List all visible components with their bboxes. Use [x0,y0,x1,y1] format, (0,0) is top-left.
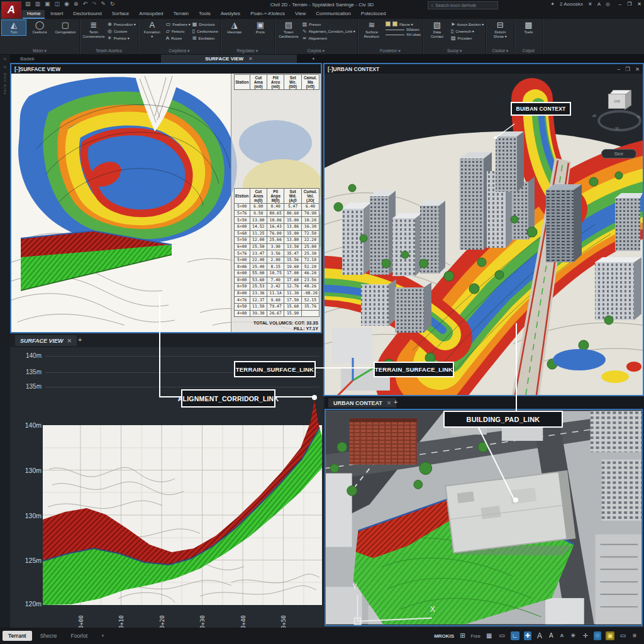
buiban-context-label[interactable]: BUIBAN CONTEXT [511,102,571,116]
ribbon-dropdown-xh-obas[interactable]: XH obas [386,33,421,36]
ribbon-group-label[interactable]: Regclalec ▾ [221,47,274,54]
add-tab-button[interactable]: + [394,398,397,406]
menu-tab-sorface[interactable]: Sorface [108,10,134,19]
workspace-gear-icon[interactable]: ✳ [569,631,577,640]
tab-urban-conteat[interactable]: URBAN CONTEAT ✕ [328,398,396,408]
close-tab-icon[interactable]: ✕ [248,56,253,62]
ribbon-group-label[interactable]: Csotoe ▾ [486,47,514,54]
open-folder-icon[interactable]: ▥ [35,1,41,7]
ribbon-button-roces[interactable]: ARoces [166,35,191,41]
save-icon[interactable]: ▣ [45,1,50,7]
print-globe-icon[interactable]: ⊕ [74,1,79,7]
ribbon-button-drvoriocs[interactable]: ▦Drvoriocs [192,21,218,27]
close-tab-icon[interactable]: ✕ [387,400,392,406]
model-tab-shecre[interactable]: Shecre [35,631,63,641]
refresh-icon[interactable]: ↻ [110,1,115,7]
menu-tab-home[interactable]: Home [23,10,45,19]
surface-map-area[interactable]: StationCut Ama (m0)Fill Areo (m0)Set We.… [11,74,321,332]
new-file-icon[interactable]: ▤ [25,1,31,7]
ribbon-button-cevbonsone[interactable]: ▯Cevbonsone [192,28,218,34]
ribbon-button-tertin-comssnsions[interactable]: ≣Tertin Comssnsions [82,20,106,39]
menu-tab-awslytes[interactable]: Awslytes [216,10,245,19]
plot-circle-icon[interactable]: ◉ [64,1,69,7]
minimize-button[interactable]: – [619,1,621,7]
viewcube-ring[interactable] [597,110,641,131]
vp-minimize-icon[interactable]: – [618,66,621,72]
profile-view-panel[interactable]: SURFACE VIEW ✕ + [10,333,323,628]
tab-badek[interactable]: Badek [15,54,40,63]
alignment-corridor-link-label[interactable]: ALIGNMENT_CORRIDOR_LINK [181,389,275,408]
lock-icon[interactable]: ✎ [101,1,106,7]
refresh-mini-icon[interactable]: ↻ [3,57,6,61]
restore-button[interactable]: ❐ [627,1,631,7]
building-pad-anchor-dot[interactable] [513,497,518,502]
viewport-urban-context[interactable]: [-]URBAN CONTEXT – ❐ ✕ [323,63,644,396]
pencil-mini-icon[interactable]: ✎ [3,65,6,69]
menu-tab-declorbound[interactable]: Declorbound [69,10,106,19]
close-x-icon[interactable]: ✕ [588,1,592,7]
undo-icon[interactable]: ↶ [82,1,87,7]
model-tab-terrant[interactable]: Terrant [3,631,32,641]
help-icon[interactable]: ◎ [606,1,610,7]
menu-tab-poan-ktolecs[interactable]: Poan-+-Ktolecs [246,10,289,19]
add-model-tab-button[interactable]: + [96,631,110,641]
ribbon-button-feathers[interactable]: ▭Feathers ▾ [166,21,191,27]
grid-display-icon[interactable]: ⊞ [458,631,466,640]
ribbon-group-label[interactable]: Corptions ▾ [138,47,220,54]
ribbon-button-precondion[interactable]: ⊕Precondion ▾ [108,21,136,27]
viewcube-home-button[interactable]: Sknr [601,149,636,158]
ribbon-button-fonnation[interactable]: AFonnation ▾ [140,20,164,39]
clean-screen-icon[interactable]: ▭ [619,631,627,640]
isolate-objects-icon[interactable]: ▣ [606,631,614,640]
dynamic-input-icon[interactable]: ▭ [497,631,506,640]
menu-tab-view[interactable]: View [291,10,310,19]
ribbon-button-fetsoro[interactable]: ▱Fetsoro [166,28,191,34]
autocad-logo[interactable]: A [1,1,21,19]
volume-table[interactable]: EtstionCut Anos m(0)Pll Anps M(0)Sot Wd.… [234,188,319,317]
ribbon-button-aoocs-eecism[interactable]: ➤Aoocs Eecism ▾ [451,21,484,27]
building-pad-scene-area[interactable] [326,410,641,625]
annotation-a1-icon[interactable]: A [536,631,543,640]
ribbon-button-esnilation[interactable]: ⊞Esnilation [192,35,218,41]
tab-surface-view[interactable]: SURFACE VIEW ✕ [161,54,297,63]
viewport-building-pad[interactable] [325,409,643,626]
ribbon-button-abgarnant-comdom-link[interactable]: ∿Abgarnant_Comdom_Link ▾ [303,28,355,34]
menu-tab-tools[interactable]: Tools [194,10,215,19]
menu-icon[interactable]: ≡ [631,631,638,640]
ribbon-button-prehice[interactable]: ✳Prehice ▾ [108,35,136,41]
ribbon-button-pncis[interactable]: ▣Pncis [248,20,272,35]
ribbon-group-label[interactable]: Corplos ▾ [275,47,357,54]
text-style-icon[interactable]: A [597,1,601,7]
snap-mode-icon[interactable]: ▦ [485,631,493,640]
add-tab-button[interactable]: + [307,54,320,63]
ribbon-button-fricsden[interactable]: ▨Fricsden [451,35,484,41]
view-cube[interactable]: D0B d0 10 70 [597,91,639,130]
polar-tracking-icon[interactable]: ✚ [524,631,531,640]
terrain-surface-link-label-2[interactable]: TERRAIN_SURFACE_LINK [374,362,454,377]
redo-icon[interactable]: ↷ [92,1,97,7]
ribbon-button-doticin-shose[interactable]: ⊟Doticin Shose ▾ [488,20,512,39]
menu-tab-potecloced[interactable]: Potecloced [357,10,391,19]
signin-label[interactable]: 2 Aoooskx [560,1,583,7]
add-tab-button[interactable]: + [78,336,82,343]
ortho-icon[interactable]: ∟ [511,631,519,640]
alignment-anchor-dot[interactable] [312,395,317,400]
close-tab-icon[interactable]: ✕ [67,338,72,344]
vp-close-icon[interactable]: ✕ [635,66,640,72]
menu-tab-communication[interactable]: Communication [311,10,355,19]
ribbon-group-label[interactable]: Foodeton ▾ [358,47,423,54]
ribbon-group-label[interactable]: Meon ▾ [0,47,79,54]
annotation-a3-icon[interactable]: A [559,631,565,640]
ribbon-button-tuin[interactable]: ◭Tuin [2,20,26,35]
tab-profile-surface-view[interactable]: SURFACE VIEW ✕ [15,335,77,346]
search-input[interactable]: ○ Search koon derhote [428,1,498,9]
ribbon-button-aligownent[interactable]: ≍Aligownent [303,35,355,41]
menu-tab-insert[interactable]: Insert [46,10,67,19]
ribbon-group-label[interactable]: Tesein Aoetics [80,47,138,54]
viewport-surface-view[interactable]: [-]SURFACE VIEW [10,63,322,333]
ribbon-button-tosen-canlilecions[interactable]: ▤Tosen Canlilecions [277,20,301,39]
ribbon-button-creerech[interactable]: ▯Creerech ▾ [451,28,484,34]
globe-geo-icon[interactable]: ⊕ [594,631,601,640]
ribbon-group-label[interactable]: Cotpot [514,47,542,54]
ribbon-button-cootore[interactable]: ◎Cootore [108,28,136,34]
